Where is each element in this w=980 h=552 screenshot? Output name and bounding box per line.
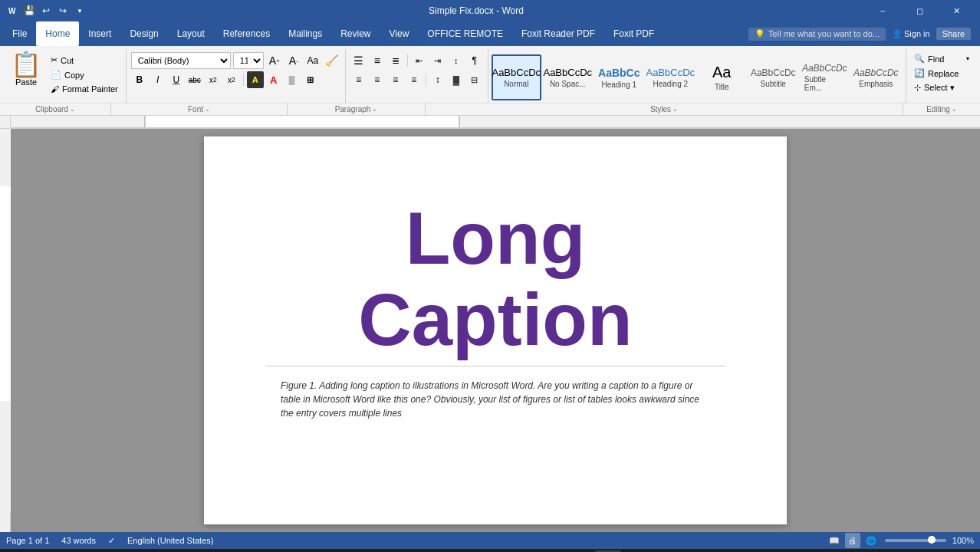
editing-group-label[interactable]: Editing ⌄ [903,104,980,115]
multilevel-button[interactable]: ≣ [387,52,404,69]
underline-button[interactable]: U [168,71,185,88]
zoom-slider[interactable] [885,539,946,542]
clear-format-button[interactable]: 🧹 [324,52,340,69]
page-info[interactable]: Page 1 of 1 [6,536,49,545]
style-subtitle[interactable]: AaBbCcDc Subtitle [748,54,798,100]
style-subtle-em[interactable]: AaBbCcDc Subtle Em... [800,54,850,100]
decrease-indent-button[interactable]: ⇤ [411,52,428,69]
style-subtle-preview: AaBbCcDc [802,63,847,74]
text-highlight-button[interactable]: A [247,71,264,88]
redo-quick-btn[interactable]: ↪ [55,3,71,18]
align-center-button[interactable]: ≡ [369,71,386,88]
font-size-select[interactable]: 11 [233,52,264,69]
strikethrough-button[interactable]: abc [186,71,203,88]
menu-view[interactable]: View [380,21,419,46]
font-color-button[interactable]: A [265,71,282,88]
line-spacing-button[interactable]: ↕ [429,71,446,88]
bold-button[interactable]: B [131,71,148,88]
menu-references[interactable]: References [214,21,279,46]
font-group-label[interactable]: Font ⌄ [111,104,288,115]
find-button[interactable]: 🔍 Find ▾ [911,52,972,65]
align-right-button[interactable]: ≡ [387,71,404,88]
borders-button[interactable]: ⊞ [302,71,319,88]
replace-button[interactable]: 🔄 Replace [911,67,972,80]
shading2-button[interactable]: ▓ [448,71,465,88]
menu-design[interactable]: Design [120,21,167,46]
numbering-button[interactable]: ≡ [369,52,386,69]
title-line2: Caption [358,279,632,360]
minimize-button[interactable]: − [865,0,900,21]
style-emphasis-preview: AaBbCcDc [853,67,899,78]
style-heading2[interactable]: AaBbCcDc Heading 2 [646,54,696,100]
font-shrink-button[interactable]: A- [285,52,302,69]
style-no-spacing[interactable]: AaBbCcDc No Spac... [543,54,593,100]
justify-button[interactable]: ≡ [406,71,423,88]
clipboard-group-label[interactable]: Clipboard ⌄ [0,104,111,115]
paragraph-group: ☰ ≡ ≣ ⇤ ⇥ ↕ ¶ ≡ ≡ ≡ ≡ ↕ ▓ ⊟ [346,49,488,103]
ruler-svg [11,116,980,128]
paste-button[interactable]: 📋 Paste [6,51,46,88]
paragraph-group-label[interactable]: Paragraph ⌄ [288,104,426,115]
menu-file[interactable]: File [3,21,36,46]
superscript-button[interactable]: x2 [223,71,240,88]
language-info[interactable]: English (United States) [127,536,214,545]
customize-quick-btn[interactable]: ▼ [72,3,87,18]
borders2-button[interactable]: ⊟ [466,71,483,88]
document-scroll[interactable]: Long Caption Figure 1. Adding long capti… [11,129,980,532]
para-sep1 [407,54,408,67]
share-btn[interactable]: Share [936,28,971,40]
undo-quick-btn[interactable]: ↩ [38,3,54,18]
menu-office-remote[interactable]: OFFICE REMOTE [418,21,512,46]
copy-button[interactable]: 📄 Copy [48,68,121,81]
document-page: Long Caption Figure 1. Adding long capti… [204,136,787,524]
close-button[interactable]: ✕ [939,0,974,21]
menu-mailings[interactable]: Mailings [279,21,331,46]
styles-group-label[interactable]: Styles ⌄ [426,104,903,115]
menu-review[interactable]: Review [331,21,380,46]
language-text: English (United States) [127,536,214,545]
ruler-area [0,116,980,129]
style-emphasis[interactable]: AaBbCcDc Emphasis [851,54,901,100]
menu-foxit-pdf[interactable]: Foxit PDF [604,21,663,46]
style-h2-label: Heading 2 [653,80,688,88]
menu-layout[interactable]: Layout [168,21,214,46]
tell-me-box[interactable]: 💡 Tell me what you want to do... [748,28,886,41]
shading-button[interactable]: ▒ [284,71,301,88]
style-nospace-preview: AaBbCcDc [543,67,592,78]
show-hide-button[interactable]: ¶ [466,52,483,69]
print-view-btn[interactable]: 🖨 [845,533,860,548]
menu-home[interactable]: Home [36,21,79,46]
cut-button[interactable]: ✂ Cut [48,54,121,67]
style-title[interactable]: Aa Title [697,54,747,100]
style-title-preview: Aa [712,64,731,81]
read-view-btn[interactable]: 📖 [827,533,842,548]
bullets-button[interactable]: ☰ [350,52,367,69]
style-normal[interactable]: AaBbCcDc Normal [492,54,541,100]
align-left-button[interactable]: ≡ [350,71,367,88]
web-view-btn[interactable]: 🌐 [863,533,879,548]
subscript-button[interactable]: x2 [205,71,222,88]
change-case-button[interactable]: Aa [304,52,321,69]
zoom-level[interactable]: 100% [952,536,974,545]
sort-button[interactable]: ↕ [448,52,465,69]
clipboard-group: 📋 Paste ✂ Cut 📄 Copy 🖌 Format Painter [3,49,127,103]
style-heading1[interactable]: AaBbCc Heading 1 [594,54,644,100]
title-line1: Long [358,198,632,279]
menu-insert[interactable]: Insert [79,21,120,46]
window-title: Simple Fix.docx - Word [87,5,865,16]
italic-button[interactable]: I [150,71,166,88]
ruler-side [0,116,11,128]
find-icon: 🔍 [914,54,925,64]
spelling-check[interactable]: ✓ [108,536,115,546]
menu-bar: File Home Insert Design Layout Reference… [0,21,980,46]
save-quick-btn[interactable]: 💾 [21,3,37,18]
menu-foxit-reader[interactable]: Foxit Reader PDF [512,21,604,46]
font-grow-button[interactable]: A+ [266,52,283,69]
font-family-select[interactable]: Calibri (Body) [131,52,231,69]
sign-in-btn[interactable]: 👤Sign in [892,29,930,39]
increase-indent-button[interactable]: ⇥ [429,52,446,69]
word-count[interactable]: 43 words [61,536,96,545]
restore-button[interactable]: ◻ [902,0,937,21]
format-painter-button[interactable]: 🖌 Format Painter [48,83,121,95]
select-button[interactable]: ⊹ Select ▾ [911,81,972,94]
